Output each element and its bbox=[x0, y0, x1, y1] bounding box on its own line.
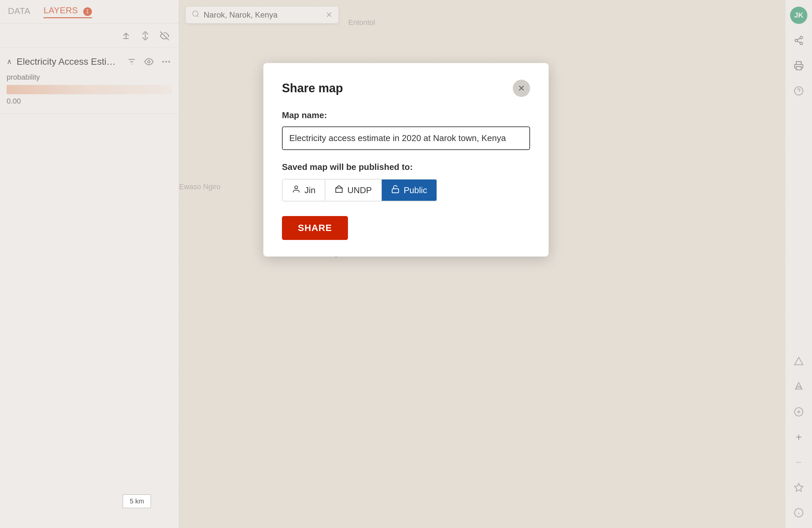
scale-bar: 5 km bbox=[123, 495, 151, 508]
modal-title: Share map bbox=[282, 81, 343, 95]
lock-open-icon bbox=[391, 185, 400, 196]
undp-label: UNDP bbox=[347, 185, 372, 196]
share-button[interactable]: SHARE bbox=[282, 216, 348, 240]
publish-options: Jin UNDP Public bbox=[282, 179, 530, 201]
map-name-input[interactable] bbox=[282, 126, 530, 150]
jin-label: Jin bbox=[304, 185, 316, 196]
svg-rect-31 bbox=[336, 188, 343, 192]
modal-close-button[interactable]: ✕ bbox=[513, 80, 530, 97]
building-icon bbox=[335, 185, 343, 196]
modal-header: Share map ✕ bbox=[282, 80, 530, 97]
publish-label: Saved map will be published to: bbox=[282, 162, 530, 172]
map-name-label: Map name: bbox=[282, 110, 530, 120]
publish-undp-button[interactable]: UNDP bbox=[325, 179, 381, 201]
public-label: Public bbox=[404, 185, 427, 196]
publish-public-button[interactable]: Public bbox=[381, 179, 437, 201]
svg-rect-32 bbox=[392, 189, 399, 193]
svg-point-30 bbox=[295, 186, 298, 189]
user-icon bbox=[292, 185, 301, 196]
modal-overlay: Share map ✕ Map name: Saved map will be … bbox=[0, 0, 812, 528]
publish-jin-button[interactable]: Jin bbox=[282, 179, 325, 201]
share-modal: Share map ✕ Map name: Saved map will be … bbox=[263, 63, 549, 257]
